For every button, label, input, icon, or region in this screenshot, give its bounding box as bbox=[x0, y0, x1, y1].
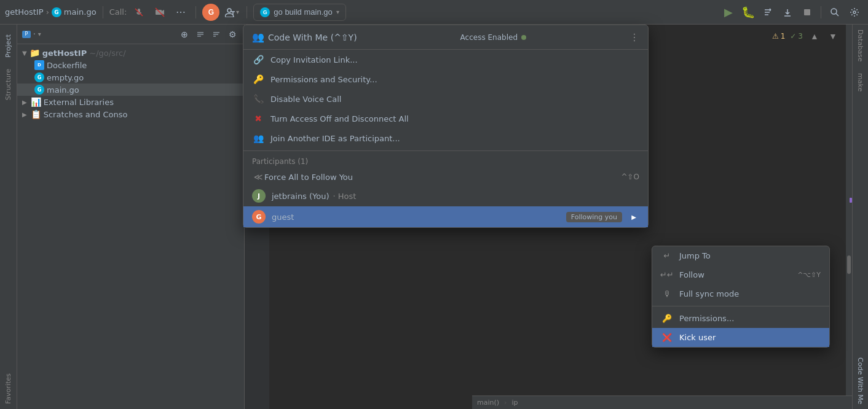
join-icon: 👥 bbox=[252, 133, 264, 143]
right-sidebar-tabs: Database make Code With Me bbox=[852, 25, 868, 409]
link-icon: 🔗 bbox=[252, 55, 264, 64]
cwm-dropdown: 👥 Code With Me (^⇧Y) Access Enabled ⋮ 🔗 … bbox=[243, 25, 649, 228]
sidebar-tab-structure[interactable]: Structure bbox=[2, 64, 15, 105]
project-panel: P · ▾ ⊕ ⚙ ▼ 📁 getHostI bbox=[17, 25, 245, 409]
settings-button[interactable] bbox=[846, 4, 863, 21]
step-into-button[interactable] bbox=[779, 4, 796, 21]
go-run-icon: G bbox=[260, 7, 270, 17]
stop-button[interactable] bbox=[799, 4, 816, 21]
access-enabled-dot bbox=[521, 35, 526, 40]
ctx-jump-to-item[interactable]: ↵ Jump To bbox=[652, 246, 829, 265]
ctx-kick-user-item[interactable]: ❌ Kick user bbox=[652, 328, 829, 347]
toolbar-sep3 bbox=[247, 6, 247, 18]
folder-icon: 📁 bbox=[30, 48, 40, 58]
panel-toolbar: P · ▾ ⊕ ⚙ bbox=[17, 25, 244, 44]
file-name: main.go bbox=[64, 7, 97, 17]
cwm-participants-label: Participants (1) bbox=[243, 154, 648, 168]
step-over-button[interactable] bbox=[759, 4, 776, 21]
run-config-label: go build main.go bbox=[274, 7, 332, 17]
panel-add-button[interactable]: ⊕ bbox=[178, 28, 191, 41]
run-config-button[interactable]: G go build main.go ▾ bbox=[253, 4, 345, 21]
top-toolbar: getHostIP › G main.go Call: ⋯ G ▾ bbox=[0, 0, 868, 25]
svg-point-4 bbox=[831, 9, 837, 14]
participant-name-jetbrains: jetbrains (You) · Host bbox=[272, 192, 639, 201]
ctx-full-sync-item[interactable]: 🎙 Full sync mode bbox=[652, 284, 829, 303]
following-badge: Following you bbox=[566, 212, 622, 222]
sidebar-tab-project[interactable]: Project bbox=[2, 29, 15, 63]
breadcrumb: getHostIP › G main.go bbox=[5, 7, 97, 17]
right-tab-make[interactable]: make bbox=[854, 68, 867, 96]
ctx-follow-item[interactable]: ↵↵ Follow ^⌥⇧Y bbox=[652, 265, 829, 284]
tree-item-scratches[interactable]: ▶ 📋 Scratches and Conso bbox=[17, 108, 244, 120]
go-file-icon: G bbox=[52, 7, 61, 17]
search-button[interactable] bbox=[826, 4, 843, 21]
more-options-button[interactable]: ⋯ bbox=[172, 4, 189, 21]
go-file-icon-main: G bbox=[34, 85, 44, 95]
panel-expand-button[interactable] bbox=[210, 28, 223, 41]
panel-title: P · ▾ bbox=[22, 30, 41, 39]
ctx-permissions-item[interactable]: 🔑 Permissions... bbox=[652, 309, 829, 328]
cwm-permissions-item[interactable]: 🔑 Permissions and Security... bbox=[243, 69, 648, 89]
chevron-right-icon: ▶ bbox=[22, 99, 27, 106]
toolbar-sep4 bbox=[821, 6, 821, 18]
right-tab-codewithme[interactable]: Code With Me bbox=[854, 353, 867, 409]
tree-item-maingo[interactable]: G main.go bbox=[17, 84, 244, 96]
cwm-header: 👥 Code With Me (^⇧Y) Access Enabled ⋮ bbox=[243, 25, 648, 50]
scratches-icon: 📋 bbox=[31, 109, 41, 119]
cwm-copy-link-item[interactable]: 🔗 Copy Invitation Link... bbox=[243, 50, 648, 69]
participant-avatar-jetbrains: J bbox=[252, 189, 266, 203]
code-scrollbar-thumb bbox=[847, 255, 851, 274]
tree-item-external-libraries[interactable]: ▶ 📊 External Libraries bbox=[17, 96, 244, 108]
ctx-divider bbox=[652, 306, 829, 306]
status-bar: main() › ip bbox=[472, 395, 852, 409]
jump-to-icon: ↵ bbox=[661, 251, 673, 260]
svg-point-6 bbox=[853, 11, 856, 14]
panel-settings-button[interactable]: ⚙ bbox=[226, 28, 239, 41]
code-scrollbar[interactable] bbox=[846, 25, 852, 409]
toolbar-separator bbox=[103, 6, 103, 18]
toolbar-right-actions: ▶ 🐛 bbox=[720, 4, 863, 21]
toolbar-sep2 bbox=[195, 6, 196, 18]
play-guest-button[interactable]: ▶ bbox=[628, 211, 639, 222]
left-sidebar-tabs: Project Structure Favorites bbox=[0, 25, 17, 409]
full-sync-icon: 🎙 bbox=[661, 289, 673, 298]
go-file-icon-empty: G bbox=[34, 72, 44, 82]
cwm-icon: 👥 bbox=[252, 31, 264, 43]
cwm-access-status: Access Enabled bbox=[460, 33, 526, 42]
chevron-right-scratches-icon: ▶ bbox=[22, 111, 27, 118]
status-function: main() bbox=[477, 399, 499, 407]
cwm-disable-voice-item[interactable]: 📞 Disable Voice Call bbox=[243, 89, 648, 109]
run-button[interactable]: ▶ bbox=[720, 4, 737, 21]
cwm-join-ide-item[interactable]: 👥 Join Another IDE as Participant... bbox=[243, 128, 648, 148]
run-config-dropdown-arrow: ▾ bbox=[336, 9, 339, 15]
tree-item-emptygo[interactable]: G empty.go bbox=[17, 71, 244, 84]
panel-icon: P bbox=[22, 31, 31, 38]
cwm-participant-guest[interactable]: G guest Following you ▶ bbox=[243, 206, 648, 227]
tree-root-item[interactable]: ▼ 📁 getHostIP ~/go/src/ bbox=[17, 47, 244, 59]
svg-rect-3 bbox=[804, 9, 810, 15]
cwm-force-follow-item[interactable]: ≪ Force All to Follow You ^⇧O bbox=[243, 168, 648, 185]
cwm-participant-jetbrains[interactable]: J jetbrains (You) · Host bbox=[243, 185, 648, 206]
mute-camera-button[interactable] bbox=[151, 4, 168, 21]
sub-context-menu: ↵ Jump To ↵↵ Follow ^⌥⇧Y 🎙 Full sync mod… bbox=[652, 246, 830, 348]
force-follow-icon: ≪ bbox=[252, 172, 264, 182]
x-icon: ✖ bbox=[252, 114, 264, 123]
cwm-more-button[interactable]: ⋮ bbox=[629, 31, 639, 43]
call-label: Call: bbox=[109, 7, 127, 17]
debug-button[interactable]: 🐛 bbox=[740, 4, 757, 21]
permissions-icon: 🔑 bbox=[661, 314, 673, 323]
tree-item-dockerfile[interactable]: D Dockerfile bbox=[17, 59, 244, 71]
docker-file-icon: D bbox=[34, 60, 44, 70]
panel-collapse-all-button[interactable] bbox=[194, 28, 207, 41]
sidebar-tab-favorites[interactable]: Favorites bbox=[2, 368, 15, 409]
libraries-icon: 📊 bbox=[31, 97, 41, 107]
key-icon: 🔑 bbox=[252, 74, 264, 84]
user-avatar-button[interactable]: G bbox=[202, 4, 219, 21]
cwm-title: 👥 Code With Me (^⇧Y) bbox=[252, 31, 357, 43]
project-name: getHostIP bbox=[5, 7, 44, 17]
cwm-turn-off-item[interactable]: ✖ Turn Access Off and Disconnect All bbox=[243, 109, 648, 128]
right-tab-database[interactable]: Database bbox=[854, 25, 867, 67]
phone-icon: 📞 bbox=[252, 94, 264, 104]
add-participant-button[interactable]: ▾ bbox=[223, 4, 240, 21]
mute-microphone-button[interactable] bbox=[130, 4, 148, 21]
